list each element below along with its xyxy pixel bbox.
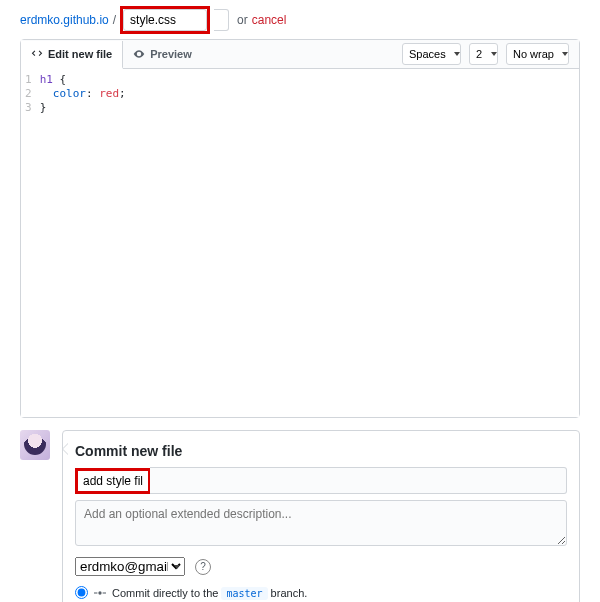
breadcrumb: erdmko.github.io / or cancel xyxy=(0,0,600,39)
indent-mode-select[interactable]: Spaces xyxy=(402,43,461,65)
author-row: erdmko@gmail.com ? xyxy=(75,557,567,576)
svg-rect-1 xyxy=(94,592,97,593)
filename-input[interactable] xyxy=(123,9,207,31)
tab-edit-label: Edit new file xyxy=(48,48,112,60)
filename-extra xyxy=(214,9,229,31)
commit-summary-rest[interactable] xyxy=(150,467,567,494)
or-text: or xyxy=(237,13,248,27)
branch-pill: master xyxy=(221,587,267,600)
editor-box: Edit new file Preview Spaces 2 No wrap 1… xyxy=(20,39,580,418)
wrap-mode-select[interactable]: No wrap xyxy=(506,43,569,65)
radio-direct-post: branch. xyxy=(271,587,308,599)
commit-summary-input[interactable] xyxy=(78,471,148,491)
breadcrumb-sep: / xyxy=(113,13,116,27)
radio-direct[interactable]: Commit directly to the master branch. xyxy=(75,584,567,601)
tab-preview-label: Preview xyxy=(150,48,192,60)
code-content: h1 { color: red;} xyxy=(40,69,126,417)
commit-form: Commit new file erdmko@gmail.com ? Commi… xyxy=(62,430,580,602)
filename-highlight xyxy=(120,6,210,34)
commit-summary-highlight xyxy=(75,468,151,494)
code-icon xyxy=(31,48,43,60)
author-select[interactable]: erdmko@gmail.com xyxy=(75,557,185,576)
tab-edit[interactable]: Edit new file xyxy=(21,41,123,69)
eye-icon xyxy=(133,48,145,60)
help-icon[interactable]: ? xyxy=(195,559,211,575)
code-editor[interactable]: 123 h1 { color: red;} xyxy=(21,69,579,417)
editor-tabs: Edit new file Preview Spaces 2 No wrap xyxy=(21,40,579,69)
indent-size-select[interactable]: 2 xyxy=(469,43,498,65)
commit-description[interactable] xyxy=(75,500,567,546)
commit-heading: Commit new file xyxy=(75,443,567,459)
avatar xyxy=(20,430,50,460)
svg-point-0 xyxy=(98,591,101,594)
radio-direct-input[interactable] xyxy=(75,586,88,599)
radio-direct-pre: Commit directly to the xyxy=(112,587,221,599)
git-commit-icon xyxy=(94,587,106,599)
commit-section: Commit new file erdmko@gmail.com ? Commi… xyxy=(20,430,580,602)
line-gutter: 123 xyxy=(21,69,40,417)
svg-rect-2 xyxy=(103,592,106,593)
tab-preview[interactable]: Preview xyxy=(123,41,202,67)
cancel-link[interactable]: cancel xyxy=(252,13,287,27)
repo-link[interactable]: erdmko.github.io xyxy=(20,13,109,27)
